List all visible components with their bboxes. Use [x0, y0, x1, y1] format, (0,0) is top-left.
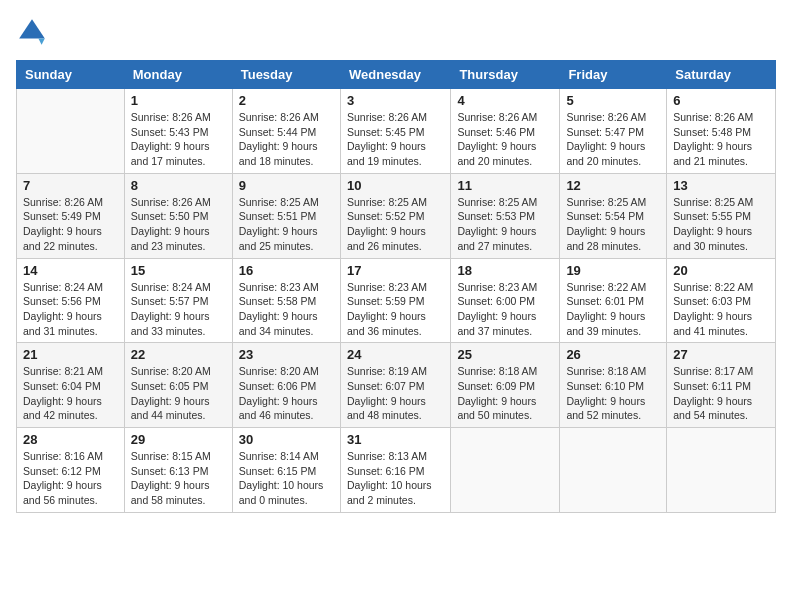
day-info: Sunrise: 8:20 AMSunset: 6:05 PMDaylight:…: [131, 364, 226, 423]
calendar-cell: 22Sunrise: 8:20 AMSunset: 6:05 PMDayligh…: [124, 343, 232, 428]
day-number: 28: [23, 432, 118, 447]
day-number: 8: [131, 178, 226, 193]
svg-marker-0: [19, 19, 45, 38]
calendar-cell: 10Sunrise: 8:25 AMSunset: 5:52 PMDayligh…: [340, 173, 450, 258]
day-info: Sunrise: 8:26 AMSunset: 5:43 PMDaylight:…: [131, 110, 226, 169]
day-info: Sunrise: 8:15 AMSunset: 6:13 PMDaylight:…: [131, 449, 226, 508]
calendar-cell: 21Sunrise: 8:21 AMSunset: 6:04 PMDayligh…: [17, 343, 125, 428]
day-info: Sunrise: 8:25 AMSunset: 5:53 PMDaylight:…: [457, 195, 553, 254]
day-info: Sunrise: 8:13 AMSunset: 6:16 PMDaylight:…: [347, 449, 444, 508]
logo-icon: [16, 16, 48, 48]
calendar-week-3: 14Sunrise: 8:24 AMSunset: 5:56 PMDayligh…: [17, 258, 776, 343]
day-info: Sunrise: 8:26 AMSunset: 5:44 PMDaylight:…: [239, 110, 334, 169]
day-number: 11: [457, 178, 553, 193]
calendar-cell: 27Sunrise: 8:17 AMSunset: 6:11 PMDayligh…: [667, 343, 776, 428]
calendar-cell: 11Sunrise: 8:25 AMSunset: 5:53 PMDayligh…: [451, 173, 560, 258]
day-info: Sunrise: 8:18 AMSunset: 6:10 PMDaylight:…: [566, 364, 660, 423]
day-number: 10: [347, 178, 444, 193]
day-info: Sunrise: 8:23 AMSunset: 5:59 PMDaylight:…: [347, 280, 444, 339]
day-info: Sunrise: 8:16 AMSunset: 6:12 PMDaylight:…: [23, 449, 118, 508]
day-info: Sunrise: 8:26 AMSunset: 5:50 PMDaylight:…: [131, 195, 226, 254]
day-number: 19: [566, 263, 660, 278]
calendar-cell: 18Sunrise: 8:23 AMSunset: 6:00 PMDayligh…: [451, 258, 560, 343]
day-info: Sunrise: 8:23 AMSunset: 5:58 PMDaylight:…: [239, 280, 334, 339]
day-number: 2: [239, 93, 334, 108]
day-info: Sunrise: 8:26 AMSunset: 5:48 PMDaylight:…: [673, 110, 769, 169]
day-info: Sunrise: 8:26 AMSunset: 5:47 PMDaylight:…: [566, 110, 660, 169]
day-number: 3: [347, 93, 444, 108]
calendar-header-row: SundayMondayTuesdayWednesdayThursdayFrid…: [17, 61, 776, 89]
day-number: 15: [131, 263, 226, 278]
day-info: Sunrise: 8:19 AMSunset: 6:07 PMDaylight:…: [347, 364, 444, 423]
day-number: 26: [566, 347, 660, 362]
calendar-cell: 15Sunrise: 8:24 AMSunset: 5:57 PMDayligh…: [124, 258, 232, 343]
svg-marker-1: [38, 38, 44, 44]
calendar-cell: 31Sunrise: 8:13 AMSunset: 6:16 PMDayligh…: [340, 428, 450, 513]
day-info: Sunrise: 8:25 AMSunset: 5:55 PMDaylight:…: [673, 195, 769, 254]
calendar-cell: 16Sunrise: 8:23 AMSunset: 5:58 PMDayligh…: [232, 258, 340, 343]
day-number: 29: [131, 432, 226, 447]
calendar-cell: 5Sunrise: 8:26 AMSunset: 5:47 PMDaylight…: [560, 89, 667, 174]
day-info: Sunrise: 8:26 AMSunset: 5:45 PMDaylight:…: [347, 110, 444, 169]
day-number: 20: [673, 263, 769, 278]
calendar-week-1: 1Sunrise: 8:26 AMSunset: 5:43 PMDaylight…: [17, 89, 776, 174]
day-info: Sunrise: 8:18 AMSunset: 6:09 PMDaylight:…: [457, 364, 553, 423]
day-number: 23: [239, 347, 334, 362]
day-number: 5: [566, 93, 660, 108]
day-info: Sunrise: 8:20 AMSunset: 6:06 PMDaylight:…: [239, 364, 334, 423]
day-info: Sunrise: 8:25 AMSunset: 5:52 PMDaylight:…: [347, 195, 444, 254]
day-number: 30: [239, 432, 334, 447]
day-number: 14: [23, 263, 118, 278]
day-info: Sunrise: 8:14 AMSunset: 6:15 PMDaylight:…: [239, 449, 334, 508]
calendar-cell: 4Sunrise: 8:26 AMSunset: 5:46 PMDaylight…: [451, 89, 560, 174]
day-info: Sunrise: 8:23 AMSunset: 6:00 PMDaylight:…: [457, 280, 553, 339]
calendar-cell: 13Sunrise: 8:25 AMSunset: 5:55 PMDayligh…: [667, 173, 776, 258]
day-number: 24: [347, 347, 444, 362]
calendar-cell: 6Sunrise: 8:26 AMSunset: 5:48 PMDaylight…: [667, 89, 776, 174]
day-number: 22: [131, 347, 226, 362]
calendar-cell: 20Sunrise: 8:22 AMSunset: 6:03 PMDayligh…: [667, 258, 776, 343]
day-number: 6: [673, 93, 769, 108]
calendar-cell: 19Sunrise: 8:22 AMSunset: 6:01 PMDayligh…: [560, 258, 667, 343]
day-number: 13: [673, 178, 769, 193]
day-number: 27: [673, 347, 769, 362]
calendar-cell: 24Sunrise: 8:19 AMSunset: 6:07 PMDayligh…: [340, 343, 450, 428]
day-number: 16: [239, 263, 334, 278]
calendar-week-4: 21Sunrise: 8:21 AMSunset: 6:04 PMDayligh…: [17, 343, 776, 428]
column-header-wednesday: Wednesday: [340, 61, 450, 89]
calendar-cell: 28Sunrise: 8:16 AMSunset: 6:12 PMDayligh…: [17, 428, 125, 513]
calendar-cell: 14Sunrise: 8:24 AMSunset: 5:56 PMDayligh…: [17, 258, 125, 343]
day-number: 4: [457, 93, 553, 108]
calendar-cell: 12Sunrise: 8:25 AMSunset: 5:54 PMDayligh…: [560, 173, 667, 258]
day-number: 18: [457, 263, 553, 278]
day-number: 25: [457, 347, 553, 362]
day-number: 21: [23, 347, 118, 362]
day-info: Sunrise: 8:26 AMSunset: 5:46 PMDaylight:…: [457, 110, 553, 169]
day-info: Sunrise: 8:25 AMSunset: 5:54 PMDaylight:…: [566, 195, 660, 254]
calendar-cell: 17Sunrise: 8:23 AMSunset: 5:59 PMDayligh…: [340, 258, 450, 343]
calendar-table: SundayMondayTuesdayWednesdayThursdayFrid…: [16, 60, 776, 513]
day-number: 7: [23, 178, 118, 193]
calendar-cell: 3Sunrise: 8:26 AMSunset: 5:45 PMDaylight…: [340, 89, 450, 174]
calendar-cell: 26Sunrise: 8:18 AMSunset: 6:10 PMDayligh…: [560, 343, 667, 428]
column-header-saturday: Saturday: [667, 61, 776, 89]
day-info: Sunrise: 8:22 AMSunset: 6:01 PMDaylight:…: [566, 280, 660, 339]
day-info: Sunrise: 8:26 AMSunset: 5:49 PMDaylight:…: [23, 195, 118, 254]
day-info: Sunrise: 8:22 AMSunset: 6:03 PMDaylight:…: [673, 280, 769, 339]
calendar-week-5: 28Sunrise: 8:16 AMSunset: 6:12 PMDayligh…: [17, 428, 776, 513]
calendar-cell: [667, 428, 776, 513]
calendar-cell: 8Sunrise: 8:26 AMSunset: 5:50 PMDaylight…: [124, 173, 232, 258]
calendar-cell: 23Sunrise: 8:20 AMSunset: 6:06 PMDayligh…: [232, 343, 340, 428]
day-number: 17: [347, 263, 444, 278]
column-header-sunday: Sunday: [17, 61, 125, 89]
logo: [16, 16, 52, 48]
calendar-cell: 30Sunrise: 8:14 AMSunset: 6:15 PMDayligh…: [232, 428, 340, 513]
calendar-cell: [451, 428, 560, 513]
day-info: Sunrise: 8:25 AMSunset: 5:51 PMDaylight:…: [239, 195, 334, 254]
day-info: Sunrise: 8:21 AMSunset: 6:04 PMDaylight:…: [23, 364, 118, 423]
calendar-cell: [560, 428, 667, 513]
page-header: [16, 16, 776, 48]
day-info: Sunrise: 8:17 AMSunset: 6:11 PMDaylight:…: [673, 364, 769, 423]
calendar-cell: [17, 89, 125, 174]
calendar-cell: 7Sunrise: 8:26 AMSunset: 5:49 PMDaylight…: [17, 173, 125, 258]
